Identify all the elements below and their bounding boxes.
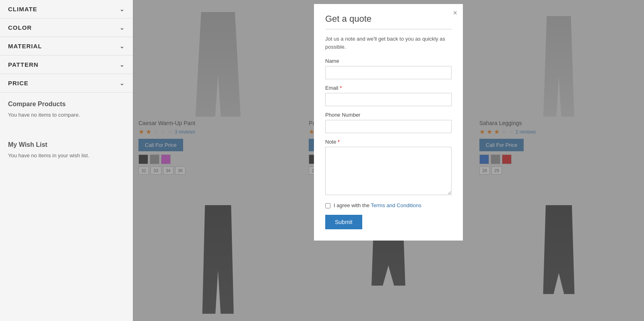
note-form-group: Note *	[325, 139, 452, 197]
chevron-down-icon: ⌄	[120, 6, 125, 12]
submit-button[interactable]: Submit	[325, 215, 362, 229]
name-input[interactable]	[325, 66, 452, 79]
modal-description: Jot us a note and we'll get back to you …	[325, 35, 452, 51]
quote-modal: × Get a quote Jot us a note and we'll ge…	[314, 4, 463, 241]
agree-row: I agree with the Terms and Conditions	[325, 202, 452, 208]
agree-text: I agree with the Terms and Conditions	[334, 202, 421, 208]
filter-pattern-label: PATTERN	[8, 61, 39, 68]
modal-overlay: × Get a quote Jot us a note and we'll ge…	[133, 0, 644, 321]
sidebar: CLIMATE ⌄ COLOR ⌄ MATERIAL ⌄ PATTERN ⌄ P…	[0, 0, 133, 321]
phone-form-group: Phone Number	[325, 112, 452, 133]
compare-section: Compare Products You have no items to co…	[0, 93, 133, 133]
note-label: Note *	[325, 139, 452, 145]
filter-climate-label: CLIMATE	[8, 6, 37, 12]
wishlist-section: My Wish List You have no items in your w…	[0, 133, 133, 174]
filter-climate[interactable]: CLIMATE ⌄	[0, 0, 133, 19]
product-grid: Caesar Warm-Up Pant ★ ★ ★ ★ ★ 3 reviews …	[133, 0, 644, 321]
filter-price[interactable]: PRICE ⌄	[0, 74, 133, 93]
filter-price-label: PRICE	[8, 80, 29, 86]
phone-label: Phone Number	[325, 112, 452, 118]
filter-material[interactable]: MATERIAL ⌄	[0, 37, 133, 56]
required-marker: *	[338, 139, 340, 145]
filter-color[interactable]: COLOR ⌄	[0, 19, 133, 37]
chevron-down-icon: ⌄	[120, 80, 125, 86]
name-label: Name	[325, 58, 452, 64]
terms-conditions-link[interactable]: Terms and Conditions	[371, 202, 421, 208]
chevron-down-icon: ⌄	[120, 43, 125, 49]
filter-material-label: MATERIAL	[8, 43, 42, 49]
filter-pattern[interactable]: PATTERN ⌄	[0, 56, 133, 74]
compare-title: Compare Products	[8, 101, 125, 108]
note-textarea[interactable]	[325, 147, 452, 195]
phone-input[interactable]	[325, 120, 452, 133]
email-input[interactable]	[325, 93, 452, 106]
filter-color-label: COLOR	[8, 24, 32, 31]
required-marker: *	[340, 85, 342, 91]
page-wrapper: CLIMATE ⌄ COLOR ⌄ MATERIAL ⌄ PATTERN ⌄ P…	[0, 0, 644, 321]
chevron-down-icon: ⌄	[120, 25, 125, 31]
modal-close-button[interactable]: ×	[453, 9, 457, 17]
agree-checkbox[interactable]	[325, 203, 330, 208]
email-label: Email *	[325, 85, 452, 91]
wishlist-title: My Wish List	[8, 141, 125, 148]
chevron-down-icon: ⌄	[120, 62, 125, 68]
wishlist-empty-text: You have no items in your wish list.	[8, 152, 125, 158]
name-form-group: Name	[325, 58, 452, 79]
compare-empty-text: You have no items to compare.	[8, 112, 125, 118]
modal-divider	[325, 29, 452, 29]
email-form-group: Email *	[325, 85, 452, 106]
modal-title: Get a quote	[325, 14, 452, 24]
